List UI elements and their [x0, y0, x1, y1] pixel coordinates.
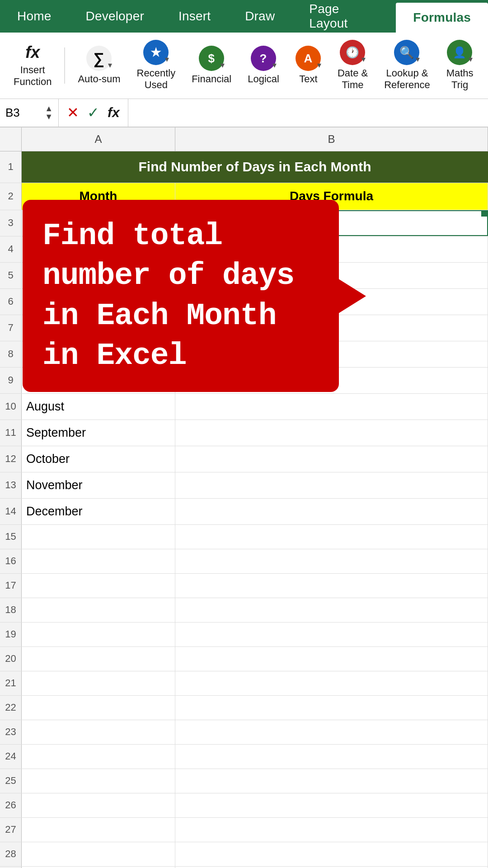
tab-developer[interactable]: Developer: [69, 0, 161, 33]
ribbon-buttons: fx Insert Function ∑ ▾ Auto-sum ★ ▾ Rece…: [0, 33, 488, 99]
cell-b14[interactable]: [175, 499, 488, 524]
text-arrow: ▾: [317, 60, 321, 70]
formula-input[interactable]: [128, 99, 488, 127]
table-row: 22: [0, 696, 488, 720]
tab-formulas[interactable]: Formulas: [396, 3, 488, 33]
cell-b28[interactable]: [175, 842, 488, 866]
table-row: 1 Find Number of Days in Each Month: [0, 151, 488, 183]
cell-b19[interactable]: [175, 623, 488, 646]
confirm-formula-icon[interactable]: ✓: [87, 104, 99, 121]
cell-ref-arrows[interactable]: ▲ ▼: [45, 104, 53, 121]
logical-icon: ?: [260, 52, 267, 66]
cell-b10[interactable]: [175, 394, 488, 420]
cell-b21[interactable]: [175, 671, 488, 695]
cell-a28[interactable]: [22, 842, 175, 866]
cell-a14[interactable]: December: [22, 499, 175, 524]
cell-a22[interactable]: [22, 696, 175, 720]
row-number-21: 21: [0, 671, 22, 695]
row-number-26: 26: [0, 793, 22, 817]
table-row: 28: [0, 842, 488, 867]
overlay-line3: in Each Month: [42, 296, 319, 336]
row-number-13: 13: [0, 472, 22, 498]
cell-b12[interactable]: [175, 446, 488, 472]
text-label: Text: [299, 73, 317, 85]
table-row: 27: [0, 818, 488, 842]
row-number-22: 22: [0, 696, 22, 720]
row-number-8: 8: [0, 341, 22, 367]
cell-a11[interactable]: September: [22, 420, 175, 446]
overlay-line1: Find total: [42, 216, 319, 256]
table-row: 13November: [0, 472, 488, 499]
cell-a20[interactable]: [22, 647, 175, 671]
row-number-9: 9: [0, 368, 22, 393]
ribbon-divider-1: [64, 47, 65, 84]
cell-a10[interactable]: August: [22, 394, 175, 420]
cell-b16[interactable]: [175, 549, 488, 573]
cell-a21[interactable]: [22, 671, 175, 695]
search-icon: 🔍: [399, 46, 414, 60]
row-number-10: 10: [0, 394, 22, 420]
lookup-reference-button[interactable]: 🔍 ▾ Lookup & Reference: [378, 37, 436, 94]
cell-a19[interactable]: [22, 623, 175, 646]
cell-reference[interactable]: B3 ▲ ▼: [0, 99, 59, 127]
table-row: 11September: [0, 420, 488, 446]
cell-b27[interactable]: [175, 818, 488, 842]
maths-trig-arrow: ▾: [469, 54, 473, 64]
cell-b13[interactable]: [175, 472, 488, 498]
cell-a16[interactable]: [22, 549, 175, 573]
tab-insert[interactable]: Insert: [161, 0, 228, 33]
cell-a24[interactable]: [22, 745, 175, 769]
date-time-button[interactable]: 🕐 ▾ Date & Time: [331, 37, 374, 94]
formula-fx-icon[interactable]: fx: [108, 105, 120, 120]
corner-cell: [0, 127, 22, 151]
text-button[interactable]: A ▾ Text: [289, 43, 328, 88]
financial-arrow: ▾: [221, 60, 225, 70]
cell-a27[interactable]: [22, 818, 175, 842]
financial-label: Financial: [192, 73, 231, 85]
auto-sum-button[interactable]: ∑ ▾ Auto-sum: [71, 43, 127, 88]
cell-b18[interactable]: [175, 598, 488, 622]
text-icon: A: [304, 52, 313, 66]
tab-draw[interactable]: Draw: [228, 0, 292, 33]
cell-b24[interactable]: [175, 745, 488, 769]
cell-a17[interactable]: [22, 574, 175, 598]
cell-a25[interactable]: [22, 769, 175, 793]
cell-a15[interactable]: [22, 525, 175, 549]
cell-b11[interactable]: [175, 420, 488, 446]
insert-function-button[interactable]: fx Insert Function: [7, 40, 58, 91]
row-number-17: 17: [0, 574, 22, 598]
fx-icon: fx: [25, 43, 40, 61]
cell-a13[interactable]: November: [22, 472, 175, 498]
recently-used-button[interactable]: ★ ▾ Recently Used: [131, 37, 182, 94]
tab-page-layout[interactable]: Page Layout: [292, 0, 396, 33]
logical-button[interactable]: ? ▾ Logical: [241, 43, 286, 88]
date-time-label: Date & Time: [338, 67, 368, 91]
cell-b22[interactable]: [175, 696, 488, 720]
maths-trig-button[interactable]: 👤 ▾ Maths Trig: [440, 37, 480, 94]
row-number-4: 4: [0, 236, 22, 262]
cell-b25[interactable]: [175, 769, 488, 793]
cell-b17[interactable]: [175, 574, 488, 598]
row-number-23: 23: [0, 720, 22, 744]
table-row: 16: [0, 549, 488, 574]
overlay-line4: in Excel: [42, 336, 319, 376]
cell-a23[interactable]: [22, 720, 175, 744]
financial-button[interactable]: $ ▾ Financial: [185, 43, 238, 88]
tab-home[interactable]: Home: [0, 0, 69, 33]
cell-b26[interactable]: [175, 793, 488, 817]
spreadsheet-title: Find Number of Days in Each Month: [22, 151, 488, 183]
star-icon: ★: [150, 46, 161, 60]
cell-a26[interactable]: [22, 793, 175, 817]
cell-b20[interactable]: [175, 647, 488, 671]
cell-b15[interactable]: [175, 525, 488, 549]
row-number-25: 25: [0, 769, 22, 793]
row-number-20: 20: [0, 647, 22, 671]
table-row: 10August: [0, 394, 488, 420]
cell-a12[interactable]: October: [22, 446, 175, 472]
row-number-3: 3: [0, 210, 22, 236]
cell-ref-value: B3: [5, 106, 20, 120]
cell-a18[interactable]: [22, 598, 175, 622]
cancel-formula-icon[interactable]: ✕: [67, 104, 79, 121]
cell-b23[interactable]: [175, 720, 488, 744]
table-row: 19: [0, 623, 488, 647]
